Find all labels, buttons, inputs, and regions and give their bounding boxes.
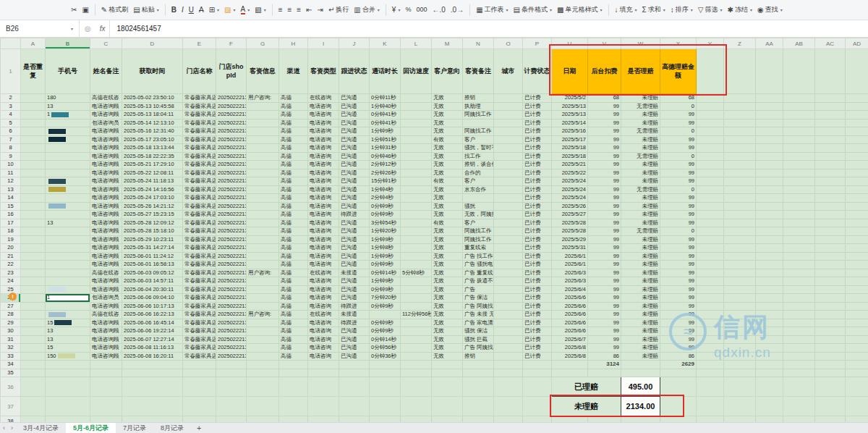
cell-name[interactable]: 电话咨询顾 — [90, 344, 122, 353]
cell-follow[interactable]: 已沟通 — [339, 202, 370, 211]
cell-empty[interactable] — [783, 244, 815, 253]
cell-type[interactable]: 在线咨询 — [308, 94, 339, 103]
cell-empty[interactable] — [216, 361, 247, 369]
cell-empty[interactable] — [783, 161, 815, 169]
cell-date[interactable]: 2025/5/14 — [552, 119, 588, 127]
cell-name[interactable]: 电话咨询顾 — [90, 285, 122, 294]
cell-date[interactable]: 2025/5/22 — [552, 169, 588, 177]
cell-empty[interactable] — [756, 185, 783, 194]
cell-empty[interactable] — [697, 361, 724, 369]
cell-amount[interactable]: 99 — [660, 144, 697, 153]
cell-type[interactable]: 电话咨询 — [308, 277, 339, 286]
cell-billing[interactable]: 已计费 — [523, 352, 552, 361]
cell-channel[interactable]: 高德 — [279, 235, 308, 244]
cell-empty[interactable] — [783, 194, 815, 203]
cell-claim[interactable]: 未理赔 — [621, 135, 660, 144]
cell-intent[interactable]: 无效 — [432, 227, 463, 236]
cell-empty[interactable] — [846, 127, 868, 136]
find-button[interactable]: ◉查找▾ — [755, 5, 785, 15]
cell-empty[interactable] — [552, 361, 588, 369]
cell-shopid[interactable]: 2025022213 — [216, 319, 247, 327]
cell-city[interactable] — [494, 202, 523, 211]
cell-get-time[interactable]: 2025-06-08 16:20:11 — [122, 352, 183, 361]
cell-amount[interactable]: 99 — [660, 261, 697, 269]
cell-name[interactable]: 电话咨询顾 — [90, 144, 122, 153]
cell-callback[interactable] — [401, 327, 432, 336]
cell-fee[interactable]: 99 — [588, 119, 621, 127]
cell-channel[interactable]: 高德 — [279, 194, 308, 203]
cell-name[interactable]: 电话咨询顾 — [90, 169, 122, 177]
cell-empty[interactable] — [756, 319, 783, 327]
formula-input[interactable]: 18024561457 — [109, 20, 868, 37]
cell-billing[interactable]: 已计费 — [523, 102, 552, 111]
cell-intent[interactable]: 无效 — [432, 211, 463, 219]
cell-shopid[interactable]: 2025022213 — [216, 269, 247, 277]
cell-billing[interactable]: 已计费 — [523, 119, 552, 127]
column-header-O[interactable]: O — [494, 38, 523, 49]
cell-billing[interactable]: 已计费 — [523, 144, 552, 153]
row-number-28[interactable]: 28 — [1, 311, 21, 319]
cell-phone[interactable] — [46, 285, 90, 294]
cell-intent[interactable]: 无效 — [432, 302, 463, 311]
claimed-label-cell[interactable]: 已理赔 — [552, 377, 621, 397]
cell-city[interactable] — [494, 102, 523, 111]
tab-scroll-left-icon[interactable]: ‹ — [0, 424, 8, 432]
cell-info[interactable]: 用户咨询: — [247, 311, 279, 319]
cell-shopid[interactable]: 2025022213 — [216, 169, 247, 177]
cell-intent[interactable]: 有效 — [432, 219, 463, 227]
row-number-13[interactable]: 13 — [1, 185, 21, 194]
cell-billing[interactable]: 已计费 — [523, 202, 552, 211]
cell-empty[interactable] — [783, 377, 815, 397]
cell-phone[interactable] — [46, 252, 90, 261]
cell-empty[interactable] — [432, 416, 463, 423]
cell-duration[interactable]: 0分钟9秒 — [370, 261, 401, 269]
cell-intent[interactable]: 无效 — [432, 319, 463, 327]
cell-empty[interactable] — [724, 102, 756, 111]
cell-empty[interactable] — [815, 235, 846, 244]
cell-empty[interactable] — [815, 135, 846, 144]
cell-shopid[interactable]: 2025022213 — [216, 144, 247, 153]
cell-name[interactable]: 电话咨询顾 — [90, 327, 122, 336]
cell-follow[interactable]: 已沟通 — [339, 261, 370, 269]
row-number-19[interactable]: 19 — [1, 235, 21, 244]
cell-empty[interactable] — [279, 397, 308, 416]
cell-phone[interactable]: 13 — [46, 219, 90, 227]
cell-date[interactable]: 2025/6/1 — [552, 261, 588, 269]
cell-duration[interactable]: 0分钟14秒 — [370, 269, 401, 277]
cell-empty[interactable] — [756, 194, 783, 203]
cell-follow[interactable]: 已沟通 — [339, 161, 370, 169]
cell-follow[interactable]: 已沟通 — [339, 327, 370, 336]
cell-info[interactable] — [247, 177, 279, 186]
row-number-27[interactable]: 27 — [1, 302, 21, 311]
cell-type[interactable]: 电话咨询 — [308, 211, 339, 219]
cell-empty[interactable] — [783, 202, 815, 211]
cell-empty[interactable] — [697, 285, 724, 294]
cell-amount[interactable]: 99 — [660, 194, 697, 203]
cell-fee[interactable]: 99 — [588, 302, 621, 311]
cell-empty[interactable] — [815, 319, 846, 327]
cell-callback[interactable] — [401, 261, 432, 269]
cell-fee[interactable]: 99 — [588, 219, 621, 227]
cell-duration[interactable]: 0分钟9秒 — [370, 302, 401, 311]
cell-amount[interactable]: 99 — [660, 327, 697, 336]
cell-store[interactable]: 常春藤家具店 — [183, 111, 216, 119]
cell-empty[interactable] — [815, 397, 846, 416]
cell-channel[interactable]: 高德 — [279, 135, 308, 144]
cell-empty[interactable] — [783, 219, 815, 227]
header-cell[interactable]: 客资信息 — [247, 49, 279, 94]
cell-duration[interactable]: 1分钟8秒 — [370, 244, 401, 253]
cell-empty[interactable] — [783, 127, 815, 136]
cell-empty[interactable] — [494, 369, 523, 377]
cell-get-time[interactable]: 2025-05-16 12:31:40 — [122, 127, 183, 136]
row-number-2[interactable]: 2 — [1, 94, 21, 103]
cell-empty[interactable] — [697, 161, 724, 169]
cell-empty[interactable] — [122, 397, 183, 416]
cell-intent[interactable]: 有效 — [432, 177, 463, 186]
row-number-21[interactable]: 21 — [1, 252, 21, 261]
row-number-22[interactable]: 22 — [1, 261, 21, 269]
cell-empty[interactable] — [697, 352, 724, 361]
cell-duration[interactable]: 1分钟9秒 — [370, 252, 401, 261]
cell-empty[interactable] — [46, 377, 90, 397]
cell-empty[interactable] — [756, 369, 783, 377]
cell-date[interactable]: 2025/6/6 — [552, 311, 588, 319]
